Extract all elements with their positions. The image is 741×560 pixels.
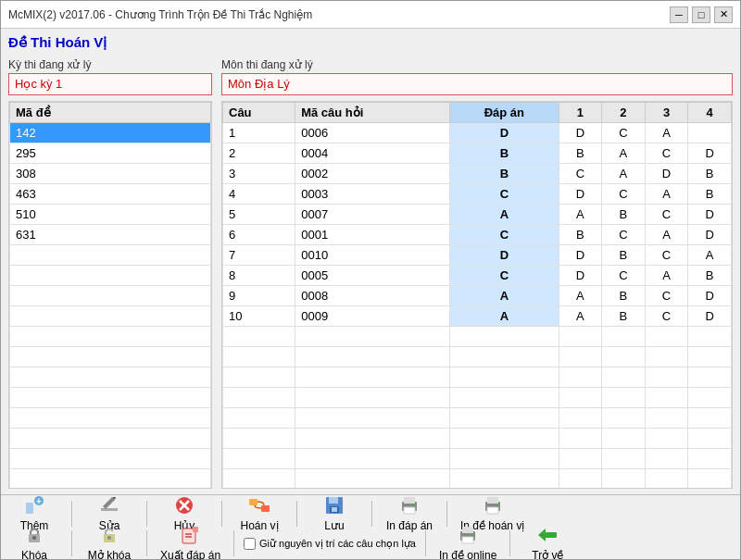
- cell: 5: [223, 205, 295, 225]
- svg-rect-34: [462, 527, 473, 533]
- table-row: [10, 388, 211, 408]
- minimize-button[interactable]: ─: [670, 6, 688, 23]
- table-row[interactable]: 463: [10, 184, 211, 205]
- cell: D: [688, 225, 732, 245]
- svg-rect-38: [546, 532, 557, 538]
- svg-rect-3: [101, 508, 118, 511]
- cell: C: [645, 286, 688, 306]
- window-content: Đề Thi Hoán Vị Kỳ thi đang xử lý Học kỳ …: [1, 29, 740, 494]
- table-row[interactable]: 510: [10, 205, 211, 225]
- table-row: [10, 367, 211, 388]
- hoanvi-icon: [248, 495, 270, 518]
- window-title: McMIX(2) v2017.06 - Chương Trình Trộn Đề…: [8, 8, 312, 21]
- cell: B: [559, 225, 602, 245]
- svg-marker-37: [538, 529, 546, 541]
- cell: A: [602, 164, 646, 184]
- xuatdapan-icon: [180, 525, 202, 548]
- cell: B: [688, 266, 732, 286]
- table-row[interactable]: 20004BBACD: [223, 143, 732, 164]
- cell: 2: [223, 143, 295, 164]
- table-row[interactable]: 60001CBCAD: [223, 225, 732, 245]
- cell: D: [645, 164, 688, 184]
- svg-point-22: [496, 504, 498, 507]
- cell: A: [645, 225, 688, 245]
- left-panel: Kỳ thi đang xử lý Học kỳ 1 Mã đề 1422953…: [8, 58, 212, 489]
- sep8: [146, 530, 147, 556]
- column-header-2: Đáp án: [450, 103, 559, 123]
- ky-thi-label: Kỳ thi đang xử lý: [8, 58, 212, 71]
- svg-rect-10: [261, 505, 270, 512]
- cell: A: [688, 245, 732, 266]
- table-row[interactable]: 80005CDCAB: [223, 266, 732, 286]
- column-header-0: Câu: [223, 103, 295, 123]
- sep9: [233, 530, 234, 556]
- table-row: [223, 367, 732, 388]
- cell: C: [450, 225, 559, 245]
- close-button[interactable]: ✕: [714, 6, 733, 23]
- mokhoa-icon: [99, 525, 119, 548]
- cell: 0005: [295, 266, 450, 286]
- ky-thi-input[interactable]: Học kỳ 1: [8, 73, 212, 95]
- table-row: [10, 347, 211, 367]
- maximize-button[interactable]: □: [692, 6, 710, 23]
- table-row[interactable]: 295: [10, 143, 211, 164]
- khoa-button[interactable]: Khóa: [6, 523, 62, 560]
- khoa-label: Khóa: [21, 549, 47, 560]
- khoa-icon: [24, 525, 44, 548]
- giu-nguyen-checkbox[interactable]: [244, 538, 256, 550]
- cell: D: [688, 143, 732, 164]
- luu-icon: [324, 495, 345, 518]
- cell: C: [645, 306, 688, 327]
- cell: C: [602, 266, 646, 286]
- cell: A: [645, 266, 688, 286]
- table-row: [10, 408, 211, 429]
- xuatdapan-button[interactable]: Xuất đáp án: [157, 523, 224, 560]
- cell: B: [450, 143, 559, 164]
- cell: B: [688, 164, 732, 184]
- table-row: [10, 469, 211, 490]
- cell: 0010: [295, 245, 450, 266]
- table-row: [223, 449, 732, 469]
- cell: 0006: [295, 123, 450, 143]
- table-row: [223, 327, 732, 347]
- ma-de-cell: 142: [10, 123, 211, 143]
- table-row[interactable]: 308: [10, 164, 211, 184]
- table-row[interactable]: 631: [10, 225, 211, 245]
- table-row[interactable]: 30002BCADB: [223, 164, 732, 184]
- sep4: [296, 501, 297, 527]
- table-row[interactable]: 90008AABCD: [223, 286, 732, 306]
- xuatdapan-label: Xuất đáp án: [160, 549, 220, 560]
- table-row: [10, 306, 211, 327]
- cell: D: [559, 266, 602, 286]
- svg-rect-12: [329, 497, 338, 504]
- cell: C: [645, 143, 688, 164]
- sep7: [71, 530, 72, 556]
- toolbar: + Thêm Sửa Hủy: [1, 494, 740, 559]
- cell: B: [602, 306, 646, 327]
- table-row[interactable]: 70010DDBCA: [223, 245, 732, 266]
- sep1: [71, 501, 72, 527]
- indapan-icon: [398, 495, 421, 518]
- cell: C: [450, 266, 559, 286]
- table-row[interactable]: 100009AABCD: [223, 306, 732, 327]
- trove-button[interactable]: Trở về: [520, 523, 575, 560]
- table-row[interactable]: 142: [10, 123, 211, 143]
- cell: C: [559, 164, 602, 184]
- mokhoa-button[interactable]: Mở khóa: [82, 523, 137, 560]
- cell: B: [450, 164, 559, 184]
- cell: 3: [223, 164, 295, 184]
- ma-de-cell: 295: [10, 143, 211, 164]
- table-row: [223, 408, 732, 429]
- cell: D: [688, 286, 732, 306]
- trove-label: Trở về: [532, 549, 563, 560]
- table-row[interactable]: 40003CDCAB: [223, 184, 732, 205]
- mon-thi-input[interactable]: Môn Địa Lý: [221, 73, 733, 95]
- cell: B: [559, 143, 602, 164]
- column-header-6: 4: [688, 103, 732, 123]
- indeonline-button[interactable]: In đề online: [435, 523, 500, 560]
- svg-rect-21: [487, 507, 498, 514]
- table-row[interactable]: 10006DDCA: [223, 123, 732, 143]
- table-row[interactable]: 50007AABCD: [223, 205, 732, 225]
- cell: B: [602, 245, 646, 266]
- svg-point-24: [32, 536, 36, 540]
